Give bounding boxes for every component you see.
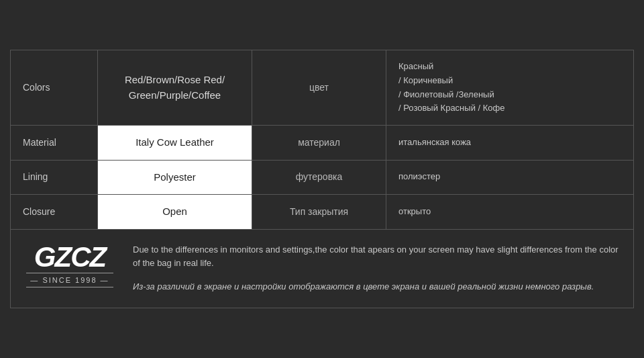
value-material-en: Italy Cow Leather: [98, 126, 252, 161]
footer-inner: GZCZ — SINCE 1998 — Due to the differenc…: [23, 243, 621, 294]
label-closure: Closure: [11, 195, 98, 230]
product-table: Colors Red/Brown/Rose Red/ Green/Purple/…: [10, 50, 634, 308]
logo-sub: — SINCE 1998 —: [26, 273, 113, 288]
ru-label-colors: цвет: [252, 50, 386, 125]
notice-ru: Из-за различий в экране и настройки отоб…: [133, 280, 621, 294]
footer-notice: Due to the differences in monitors and s…: [133, 243, 621, 294]
table-row: Colors Red/Brown/Rose Red/ Green/Purple/…: [11, 50, 634, 125]
table-row: Closure Open Тип закрытия открыто: [11, 195, 634, 230]
logo-block: GZCZ — SINCE 1998 —: [23, 243, 117, 288]
value-lining-en: Polyester: [98, 160, 252, 195]
ru-label-closure: Тип закрытия: [252, 195, 386, 230]
value-closure-en: Open: [98, 195, 252, 230]
value-colors-en: Red/Brown/Rose Red/ Green/Purple/Coffee: [98, 50, 252, 125]
footer-cell: GZCZ — SINCE 1998 — Due to the differenc…: [11, 229, 634, 308]
ru-value-material: итальянская кожа: [386, 126, 634, 161]
ru-value-colors: Красный / Коричневый / Фиолетовый /Зелен…: [386, 50, 634, 125]
logo-text: GZCZ: [34, 243, 105, 271]
label-material: Material: [11, 126, 98, 161]
notice-en: Due to the differences in monitors and s…: [133, 243, 621, 271]
ru-value-closure: открыто: [386, 195, 634, 230]
ru-value-lining: полиэстер: [386, 160, 634, 195]
table-row: Material Italy Cow Leather материал итал…: [11, 126, 634, 161]
table-row: Lining Polyester футеровка полиэстер: [11, 160, 634, 195]
label-colors: Colors: [11, 50, 98, 125]
main-container: Colors Red/Brown/Rose Red/ Green/Purple/…: [10, 50, 634, 308]
label-lining: Lining: [11, 160, 98, 195]
ru-label-material: материал: [252, 126, 386, 161]
footer-row: GZCZ — SINCE 1998 — Due to the differenc…: [11, 229, 634, 308]
ru-label-lining: футеровка: [252, 160, 386, 195]
